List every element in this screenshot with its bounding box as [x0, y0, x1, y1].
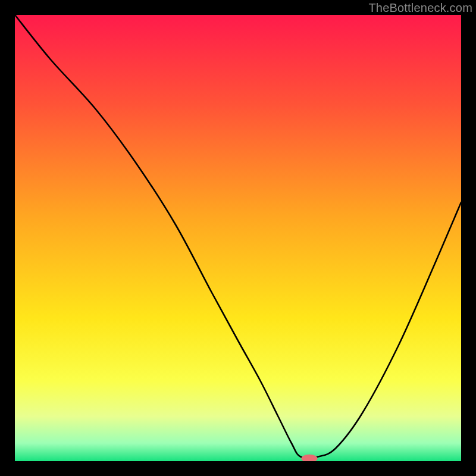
gradient-background: [15, 15, 461, 461]
plot-area: [15, 15, 461, 461]
chart-svg: [15, 15, 461, 461]
watermark-text: TheBottleneck.com: [368, 1, 472, 15]
chart-frame: TheBottleneck.com: [0, 0, 476, 476]
